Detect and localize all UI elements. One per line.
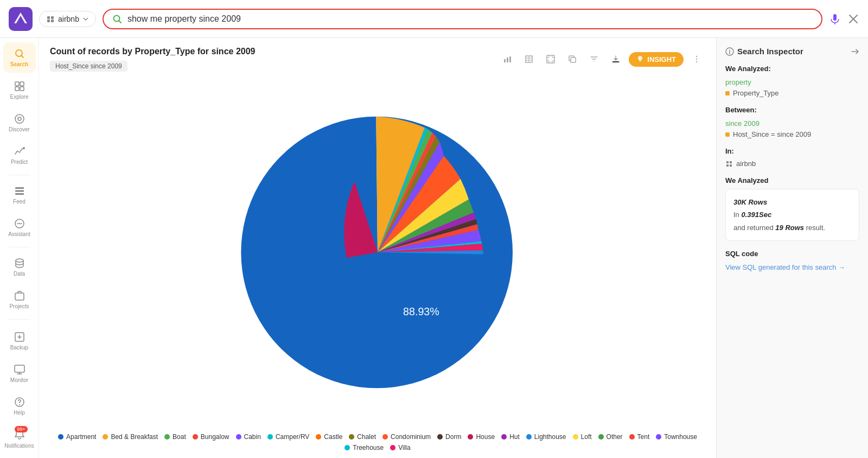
sidebar-item-data[interactable]: Data	[3, 252, 36, 282]
sidebar-item-assistant[interactable]: Assistant	[3, 212, 36, 243]
legend-label: Castle	[324, 433, 342, 441]
svg-rect-31	[507, 58, 508, 62]
search-bar[interactable]	[103, 9, 822, 29]
airbnb-icon	[725, 160, 733, 168]
svg-rect-30	[504, 59, 506, 62]
chart-copy-btn[interactable]	[564, 50, 581, 68]
chart-table-btn[interactable]	[520, 50, 538, 68]
legend-label: Boat	[173, 433, 186, 441]
svg-point-42	[696, 59, 697, 60]
expand-panel-icon[interactable]	[851, 47, 859, 56]
sidebar-item-projects[interactable]: Projects	[3, 284, 36, 315]
sidebar-item-notifications[interactable]: 99+ Notifications	[3, 423, 36, 454]
bar-chart-icon	[503, 55, 512, 63]
sidebar-item-feed[interactable]: Feed	[3, 180, 36, 210]
sidebar-item-help[interactable]: Help	[3, 391, 36, 421]
svg-rect-5	[51, 20, 54, 22]
panel-title-text: Search Inspector	[737, 47, 803, 56]
legend-item: Castle	[316, 433, 342, 441]
sidebar-item-explore[interactable]: Explore	[3, 75, 36, 105]
insight-label: INSIGHT	[647, 55, 676, 63]
sql-section: SQL code View SQL generated for this sea…	[725, 250, 859, 272]
svg-rect-4	[47, 20, 50, 22]
search-nav-icon	[14, 48, 25, 60]
datasource-label: airbnb	[58, 15, 79, 23]
sidebar-item-predict[interactable]: Predict	[3, 140, 36, 170]
rows-count: 30K Rows	[733, 198, 767, 206]
sidebar-item-search[interactable]: Search	[3, 42, 36, 73]
we-analyzed-section-title: We Analyzed	[725, 176, 859, 185]
legend-dot	[164, 434, 170, 440]
svg-rect-48	[730, 164, 732, 167]
datasource-selector[interactable]: airbnb	[39, 11, 96, 27]
assistant-icon	[14, 218, 25, 230]
legend-label: Dorm	[445, 433, 461, 441]
property-type-tag: Property_Type	[725, 89, 859, 97]
legend-label: Townhouse	[664, 433, 697, 441]
sidebar-label-notifications: Notifications	[4, 443, 34, 449]
legend-dot	[573, 434, 578, 440]
sidebar-item-backup[interactable]: Backup	[3, 326, 36, 356]
legend-dot	[103, 434, 108, 440]
search-input[interactable]	[127, 14, 813, 24]
legend-item: Camper/RV	[267, 433, 309, 441]
property-link[interactable]: property	[725, 78, 751, 86]
legend-item: Townhouse	[656, 433, 697, 441]
lightbulb-icon	[636, 55, 644, 63]
sidebar-label-projects: Projects	[9, 303, 29, 309]
svg-rect-12	[15, 87, 19, 91]
sidebar-label-search: Search	[10, 61, 28, 67]
host-since-dot	[725, 132, 730, 137]
legend-label: Villa	[398, 444, 410, 451]
legend-label: Tent	[637, 433, 650, 441]
sidebar-divider-1	[9, 175, 30, 175]
sidebar-label-help: Help	[14, 410, 25, 416]
legend-label: Loft	[581, 433, 592, 441]
right-panel: Search Inspector We Analyzed: property P…	[716, 38, 868, 458]
table-icon	[525, 55, 533, 63]
download-icon	[611, 55, 620, 63]
legend-dot	[267, 434, 273, 440]
predict-icon	[14, 145, 25, 157]
legend-label: Cabin	[244, 433, 261, 441]
pie-svg: 88.93%	[231, 106, 524, 399]
svg-point-21	[17, 223, 18, 224]
legend-label: Hut	[509, 433, 520, 441]
sidebar-item-monitor[interactable]: Monitor	[3, 358, 36, 389]
svg-rect-47	[726, 164, 729, 167]
legend-dot	[468, 434, 473, 440]
sidebar-label-data: Data	[14, 271, 25, 277]
chart-filter-btn[interactable]	[585, 50, 603, 68]
sidebar-item-discover[interactable]: Discover	[3, 107, 36, 138]
chart-expand-btn[interactable]	[542, 50, 559, 68]
svg-point-16	[23, 147, 25, 149]
legend-dot	[382, 434, 388, 440]
svg-rect-25	[15, 293, 24, 300]
notification-icon-wrapper: 99+	[14, 428, 25, 441]
chart-download-btn[interactable]	[607, 50, 624, 68]
svg-point-22	[18, 223, 20, 224]
chart-more-btn[interactable]	[688, 50, 705, 68]
legend-dot	[526, 434, 532, 440]
sql-link[interactable]: View SQL generated for this search →	[725, 263, 845, 271]
filter-badge[interactable]: Host_Since since 2009	[50, 61, 127, 72]
close-icon[interactable]	[847, 13, 859, 25]
svg-rect-40	[639, 60, 641, 61]
in-section: In: airbnb	[725, 147, 859, 168]
legend-dot	[236, 434, 241, 440]
legend-dot	[349, 434, 354, 440]
svg-point-29	[19, 404, 20, 405]
legend-dot	[344, 445, 350, 450]
sidebar-label-monitor: Monitor	[10, 377, 28, 383]
expand-icon	[546, 55, 555, 63]
legend-item: Bungalow	[193, 433, 229, 441]
since-2009-link[interactable]: since 2009	[725, 119, 760, 128]
content-area: Count of records by Property_Type for si…	[39, 38, 716, 458]
svg-rect-38	[571, 58, 576, 62]
microphone-icon[interactable]	[829, 13, 841, 25]
legend-dot	[193, 434, 198, 440]
insight-button[interactable]: INSIGHT	[629, 52, 684, 67]
legend-dot	[629, 434, 635, 440]
sidebar-divider-3	[9, 319, 30, 320]
chart-bar-btn[interactable]	[499, 50, 516, 68]
